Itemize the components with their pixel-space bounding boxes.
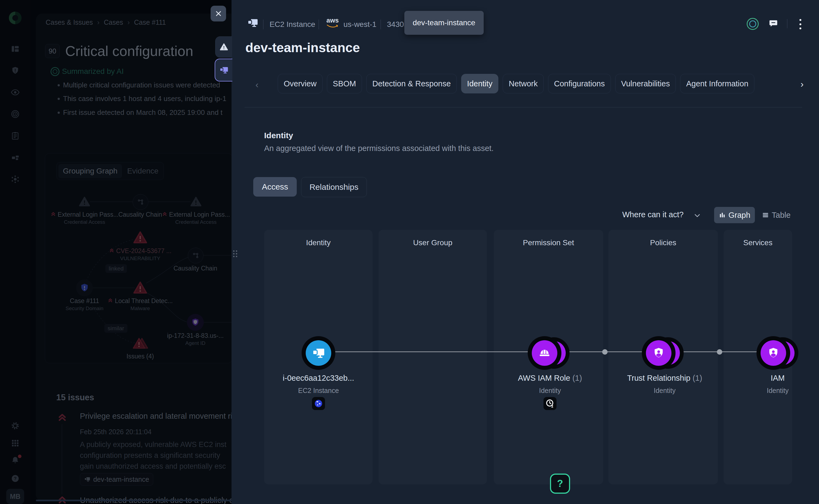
node-sublabel: EC2 Instance	[264, 387, 373, 395]
node-label: Trust Relationship (1)	[610, 374, 719, 383]
column-user-group: User Group	[378, 230, 487, 484]
node-ec2-instance[interactable]	[301, 336, 335, 370]
header-divider	[318, 20, 319, 29]
section-description: An aggregated view of the permissions as…	[264, 144, 494, 153]
tabs-scroll-left[interactable]: ‹	[255, 79, 258, 90]
tabs-scroll-right[interactable]: ›	[801, 79, 804, 89]
public-exposure-badge[interactable]	[312, 397, 325, 410]
node-label: AWS IAM Role (1)	[496, 374, 604, 383]
tab-sbom[interactable]: SBOM	[327, 74, 362, 93]
node-sublabel: Identity	[496, 387, 604, 395]
view-toggle-table-label: Table	[772, 211, 790, 220]
tab-overview[interactable]: Overview	[278, 74, 322, 93]
ec2-instance-icon	[311, 346, 325, 360]
act-filter-label[interactable]: Where can it act?	[622, 210, 684, 219]
chevron-down-icon[interactable]	[694, 213, 701, 219]
page-title: dev-team-instance	[245, 40, 360, 55]
clock-timezone-icon: z	[545, 398, 555, 409]
tab-strip: Overview SBOM Detection & Response Ident…	[278, 74, 788, 95]
section-heading: Identity	[264, 131, 293, 140]
node-trust-relationship[interactable]	[642, 336, 692, 370]
ec2-instance-icon	[246, 17, 259, 30]
globe-icon	[313, 399, 323, 408]
tooltip: dev-team-instance	[404, 11, 484, 35]
column-header: Permission Set	[494, 238, 603, 247]
tab-vulnerabilities[interactable]: Vulnerabilities	[615, 74, 676, 93]
column-header: Policies	[608, 238, 718, 247]
header-divider	[263, 20, 263, 29]
edge-junction-dot	[717, 349, 722, 355]
temporary-session-badge[interactable]: z	[544, 397, 557, 410]
column-header: Services	[724, 238, 792, 247]
comments-button[interactable]	[768, 18, 778, 29]
node-label: i-0eec6aa12c33eb...	[264, 374, 373, 383]
header-divider	[787, 19, 787, 28]
chat-icon	[768, 18, 778, 28]
aws-logo: aws	[325, 17, 340, 29]
tab-detection-response[interactable]: Detection & Response	[366, 74, 457, 93]
table-list-icon	[762, 212, 769, 219]
iam-role-hardhat-icon	[538, 346, 551, 360]
column-header: User Group	[378, 238, 487, 247]
node-iam[interactable]	[757, 336, 807, 370]
column-header: Identity	[264, 238, 372, 247]
asset-detail-panel: EC2 Instance aws us-west-1 343059098 dev…	[231, 0, 819, 504]
tab-network[interactable]: Network	[503, 74, 544, 93]
node-label: IAM	[723, 374, 819, 383]
shield-person-icon	[767, 347, 780, 360]
tab-identity[interactable]: Identity	[461, 74, 499, 93]
ec2-instance-icon	[219, 65, 229, 75]
svg-text:z: z	[551, 404, 553, 408]
node-sublabel: Identity	[723, 387, 819, 395]
view-toggle-graph[interactable]: Graph	[714, 207, 755, 223]
ai-assist-icon[interactable]	[747, 18, 759, 30]
shield-person-icon	[652, 347, 665, 360]
tabs-divider	[244, 107, 802, 108]
tab-agent-information[interactable]: Agent Information	[680, 74, 754, 93]
mode-button-relationships[interactable]: Relationships	[301, 177, 367, 197]
mode-button-access[interactable]: Access	[253, 177, 297, 197]
panel-tab-asset-active[interactable]	[215, 59, 232, 81]
tab-configurations[interactable]: Configurations	[548, 74, 611, 93]
help-button[interactable]: ?	[550, 474, 570, 494]
region-label: us-west-1	[343, 20, 376, 29]
warning-triangle-icon	[219, 43, 228, 51]
tooltip-text: dev-team-instance	[413, 18, 475, 27]
kebab-menu-button[interactable]	[796, 18, 804, 30]
help-question-glyph: ?	[557, 478, 563, 489]
view-toggle-graph-label: Graph	[729, 211, 751, 220]
node-sublabel: Identity	[610, 387, 719, 395]
header-divider	[380, 20, 381, 29]
close-icon	[215, 10, 222, 17]
node-aws-iam-role[interactable]	[528, 336, 578, 370]
panel-tab-alerts[interactable]	[215, 36, 232, 58]
edge-junction-dot	[602, 349, 608, 355]
view-toggle-table[interactable]: Table	[762, 209, 790, 221]
asset-type-label: EC2 Instance	[269, 20, 315, 29]
panel-resize-handle[interactable]	[233, 250, 237, 257]
close-button[interactable]	[211, 6, 226, 21]
bar-chart-icon	[719, 212, 726, 219]
